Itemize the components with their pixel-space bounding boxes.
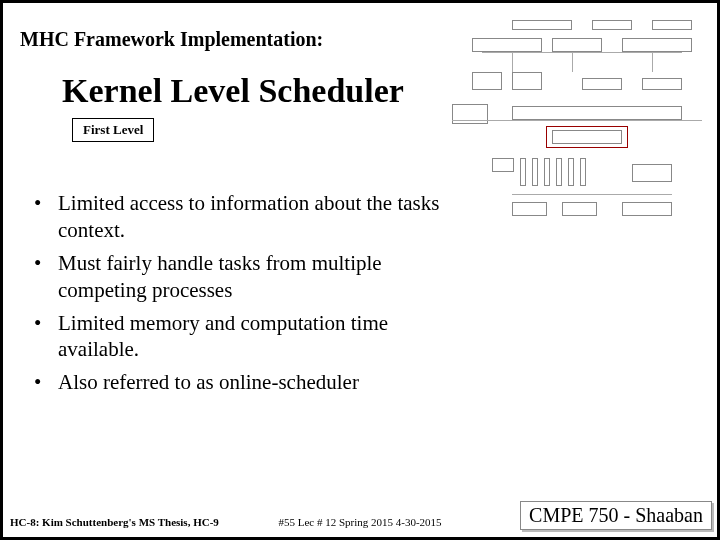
architecture-diagram	[452, 18, 702, 238]
main-title: Kernel Level Scheduler	[62, 72, 404, 110]
bullet-item: Must fairly handle tasks from multiple c…	[24, 250, 444, 304]
bullet-item: Limited access to information about the …	[24, 190, 444, 244]
framework-header: MHC Framework Implementation:	[20, 28, 323, 51]
footer-pageinfo: #55 Lec # 12 Spring 2015 4-30-2015	[278, 516, 441, 528]
scheduler-highlight-box	[546, 126, 628, 148]
bullet-list: Limited access to information about the …	[24, 190, 444, 402]
level-box: First Level	[72, 118, 154, 142]
bullet-item: Also referred to as online-scheduler	[24, 369, 444, 396]
footer-course-badge: CMPE 750 - Shaaban	[520, 501, 712, 530]
bullet-item: Limited memory and computation time avai…	[24, 310, 444, 364]
footer-source: HC-8: Kim Schuttenberg's MS Thesis, HC-9	[10, 516, 219, 528]
